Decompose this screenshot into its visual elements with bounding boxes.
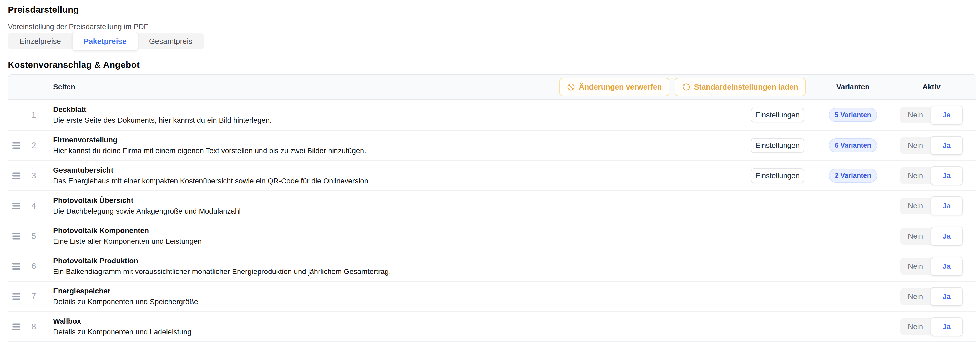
pages-table-body: 1 Deckblatt Die erste Seite des Dokument… <box>8 100 976 342</box>
row-description: Eine Liste aller Komponenten und Leistun… <box>53 237 202 246</box>
active-cell: Nein Ja <box>900 137 963 154</box>
row-description: Die erste Seite des Dokuments, hier kann… <box>53 116 272 125</box>
settings-button[interactable]: Einstellungen <box>751 168 804 183</box>
pages-table: Seiten Änderungen verwerfen Standardeins… <box>8 74 976 342</box>
active-toggle: Nein Ja <box>900 137 963 154</box>
drag-handle-icon[interactable] <box>12 142 20 149</box>
row-number: 6 <box>25 261 43 271</box>
settings-button[interactable]: Einstellungen <box>751 108 804 122</box>
active-toggle: Nein Ja <box>900 107 963 124</box>
table-row: 3 Gesamtübersicht Das Energiehaus mit ei… <box>8 160 976 190</box>
discard-changes-button[interactable]: Änderungen verwerfen <box>560 78 670 96</box>
active-toggle: Nein Ja <box>900 318 963 335</box>
variants-badge[interactable]: 2 Varianten <box>829 169 877 182</box>
toggle-option-yes[interactable]: Ja <box>931 287 963 306</box>
row-text: Photovoltaik Übersicht Die Dachbelegung … <box>53 196 241 216</box>
load-defaults-label: Standardeinstellungen laden <box>694 83 798 92</box>
table-row: 7 Energiespeicher Details zu Komponenten… <box>8 281 976 311</box>
rotate-ccw-icon <box>682 83 690 91</box>
pages-table-header: Seiten Änderungen verwerfen Standardeins… <box>8 74 976 100</box>
row-number: 2 <box>25 141 43 150</box>
discard-changes-label: Änderungen verwerfen <box>579 83 662 92</box>
active-toggle: Nein Ja <box>900 258 963 275</box>
variants-badge[interactable]: 6 Varianten <box>829 138 877 152</box>
row-number: 4 <box>25 201 43 211</box>
drag-handle-icon[interactable] <box>12 293 20 300</box>
row-title: Wallbox <box>53 317 191 325</box>
row-number: 7 <box>25 292 43 301</box>
variants-cell: 5 Varianten <box>806 108 900 122</box>
row-title: Gesamtübersicht <box>53 166 368 174</box>
toggle-option-no[interactable]: Nein <box>900 111 931 119</box>
row-title: Energiespeicher <box>53 287 198 295</box>
table-row: 2 Firmenvorstellung Hier kannst du deine… <box>8 130 976 160</box>
toggle-option-yes[interactable]: Ja <box>931 196 963 215</box>
drag-handle-icon[interactable] <box>12 263 20 269</box>
table-row: 1 Deckblatt Die erste Seite des Dokument… <box>8 100 976 130</box>
row-text: Deckblatt Die erste Seite des Dokuments,… <box>53 105 272 125</box>
varianten-column-header: Varianten <box>806 83 900 91</box>
aktiv-column-header: Aktiv <box>900 83 963 91</box>
price-settings-page: Preisdarstellung Voreinstellung der Prei… <box>0 0 980 342</box>
tab-einzelpreise[interactable]: Einzelpreise <box>8 33 72 49</box>
variants-cell: 6 Varianten <box>806 138 900 152</box>
row-text: Firmenvorstellung Hier kannst du deine F… <box>53 136 366 155</box>
active-cell: Nein Ja <box>900 228 963 245</box>
page-title: Preisdarstellung <box>8 4 976 15</box>
row-title: Firmenvorstellung <box>53 136 366 144</box>
toggle-option-yes[interactable]: Ja <box>931 136 963 155</box>
row-number: 3 <box>25 171 43 180</box>
settings-button[interactable]: Einstellungen <box>751 138 804 153</box>
row-description: Ein Balkendiagramm mit voraussichtlicher… <box>53 267 391 276</box>
table-row: 8 Wallbox Details zu Komponenten und Lad… <box>8 311 976 342</box>
table-row: 4 Photovoltaik Übersicht Die Dachbelegun… <box>8 190 976 221</box>
toggle-option-yes[interactable]: Ja <box>931 106 963 125</box>
toggle-option-yes[interactable]: Ja <box>931 227 963 245</box>
row-title: Photovoltaik Produktion <box>53 256 391 265</box>
load-defaults-button[interactable]: Standardeinstellungen laden <box>675 78 806 96</box>
variants-cell: 2 Varianten <box>806 169 900 182</box>
active-toggle: Nein Ja <box>900 167 963 184</box>
active-cell: Nein Ja <box>900 198 963 214</box>
active-cell: Nein Ja <box>900 258 963 275</box>
toggle-option-no[interactable]: Nein <box>900 292 931 301</box>
toggle-option-yes[interactable]: Ja <box>931 317 963 336</box>
toggle-option-no[interactable]: Nein <box>900 323 931 331</box>
page-subtitle: Voreinstellung der Preisdarstellung im P… <box>8 22 976 32</box>
toggle-option-no[interactable]: Nein <box>900 232 931 240</box>
ban-icon <box>567 83 575 91</box>
variants-badge[interactable]: 5 Varianten <box>829 108 877 122</box>
drag-handle-icon[interactable] <box>12 233 20 239</box>
toggle-option-no[interactable]: Nein <box>900 262 931 271</box>
toggle-option-no[interactable]: Nein <box>900 171 931 180</box>
toggle-option-no[interactable]: Nein <box>900 202 931 210</box>
row-text: Photovoltaik Komponenten Eine Liste alle… <box>53 226 202 246</box>
active-cell: Nein Ja <box>900 288 963 305</box>
row-description: Hier kannst du deine Firma mit einem eig… <box>53 146 366 155</box>
toggle-option-no[interactable]: Nein <box>900 141 931 150</box>
row-text: Gesamtübersicht Das Energiehaus mit eine… <box>53 166 368 185</box>
row-description: Die Dachbelegung sowie Anlagengröße und … <box>53 207 241 216</box>
row-text: Energiespeicher Details zu Komponenten u… <box>53 287 198 306</box>
drag-handle-icon[interactable] <box>12 203 20 209</box>
row-title: Deckblatt <box>53 105 272 114</box>
toggle-option-yes[interactable]: Ja <box>931 257 963 276</box>
row-description: Details zu Komponenten und Speichergröße <box>53 297 198 306</box>
active-cell: Nein Ja <box>900 318 963 335</box>
section-title: Kostenvoranschlag & Angebot <box>8 59 976 70</box>
row-number: 1 <box>25 110 43 120</box>
active-toggle: Nein Ja <box>900 288 963 305</box>
tab-gesamtpreis[interactable]: Gesamtpreis <box>138 33 203 49</box>
row-description: Details zu Komponenten und Ladeleistung <box>53 328 191 336</box>
seiten-column-header: Seiten <box>53 83 75 91</box>
row-description: Das Energiehaus mit einer kompakten Kost… <box>53 177 368 185</box>
row-title: Photovoltaik Übersicht <box>53 196 241 204</box>
table-row: 5 Photovoltaik Komponenten Eine Liste al… <box>8 221 976 251</box>
table-row: 6 Photovoltaik Produktion Ein Balkendiag… <box>8 251 976 281</box>
tab-paketpreise[interactable]: Paketpreise <box>72 32 138 51</box>
row-number: 8 <box>25 322 43 331</box>
drag-handle-icon[interactable] <box>12 172 20 179</box>
drag-handle-icon[interactable] <box>12 323 20 330</box>
active-toggle: Nein Ja <box>900 198 963 214</box>
toggle-option-yes[interactable]: Ja <box>931 166 963 185</box>
